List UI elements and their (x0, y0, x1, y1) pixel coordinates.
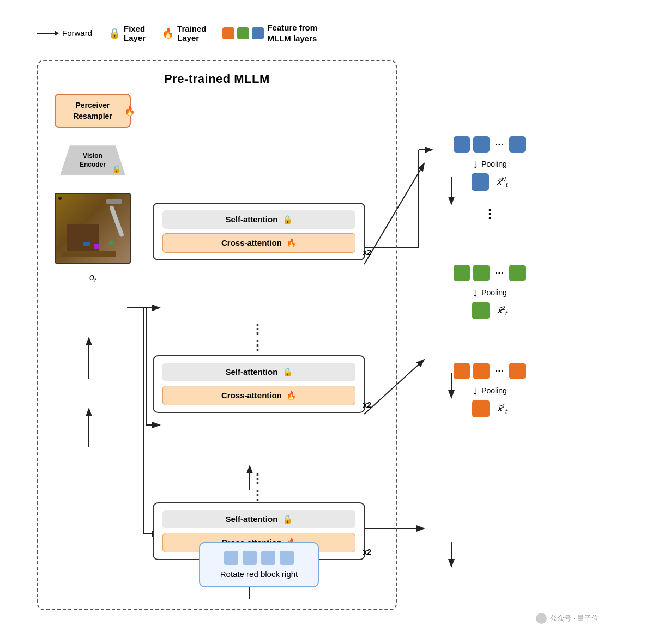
feature-from-label: Feature fromMLLM layers (267, 22, 317, 44)
feature-color-squares (222, 27, 264, 39)
cross-attn-2-label: Cross-attention (221, 391, 282, 400)
cross-attn-n-label: Cross-attention (221, 238, 282, 247)
orange-sq-1 (454, 363, 470, 379)
feature-group-n: ··· ↓ Pooling x̃Nt (454, 136, 526, 191)
vert-dots-1: ⋮ (484, 207, 496, 221)
perceiver-label: Perceiver Resampler (73, 101, 112, 120)
fire-icon: 🔥 (162, 27, 174, 39)
left-column: Perceiver Resampler 🔥 VisionEncoder 🔒 (49, 94, 136, 283)
x2-n-label: x2 (363, 248, 371, 257)
pooling-1-row: ↓ Pooling (472, 384, 507, 398)
perceiver-fire-icon: 🔥 (124, 105, 135, 117)
lock-icon: 🔒 (108, 27, 120, 39)
mllm-title: Pre-trained MLLM (49, 72, 385, 86)
orange-dots: ··· (495, 365, 504, 378)
self-attention-2: Self-attention 🔒 (162, 363, 355, 381)
self-attn-n-lock: 🔒 (282, 215, 293, 224)
trained-label: TrainedLayer (177, 24, 206, 42)
pooling-2-label: Pooling (481, 288, 507, 297)
forward-label: Forward (62, 28, 92, 38)
fixed-label: FixedLayer (124, 24, 146, 42)
down-arrow-n: ↓ (472, 157, 478, 171)
orange-sq-2 (473, 363, 490, 379)
self-attention-n: Self-attention 🔒 (162, 210, 355, 229)
robot-image (55, 193, 131, 264)
obs-label: ot (89, 272, 96, 283)
down-arrow-1: ↓ (472, 384, 478, 398)
down-arrow-2: ↓ (472, 285, 478, 300)
green-square (237, 27, 249, 39)
watermark: 公众号 · 量子位 (536, 613, 599, 624)
green-sq-2 (473, 265, 490, 281)
cross-attention-2: Cross-attention 🔥 x2 (162, 386, 355, 405)
dots-between-bottom: ⋮ (251, 471, 264, 487)
token-2 (243, 551, 257, 565)
result-sq-1 (472, 400, 490, 417)
legend-row: Forward 🔒 FixedLayer 🔥 TrainedLayer Feat… (26, 17, 626, 49)
result-2-label: x̃2t (497, 305, 507, 317)
result-sq-2 (472, 302, 490, 319)
dots-between-bottom2: ⋮ (251, 488, 264, 503)
blue-dots: ··· (495, 138, 504, 151)
text-input-label: Rotate red block right (220, 569, 298, 579)
green-sq-3 (509, 265, 526, 281)
blue-sq-3 (509, 136, 526, 153)
robot-scene (56, 194, 130, 263)
encoder-lock-icon: 🔒 (112, 165, 121, 173)
wm-icon (536, 613, 547, 624)
cross-attn-n-fire: 🔥 (286, 238, 297, 247)
green-feat-squares: ··· (454, 265, 526, 281)
self-attention-1: Self-attention 🔒 (162, 510, 355, 528)
layer-2-container: Self-attention 🔒 Cross-attention 🔥 x2 (153, 355, 365, 413)
layer-n-container: Self-attention 🔒 Cross-attention 🔥 x2 (153, 203, 365, 260)
layer-n-block: Self-attention 🔒 Cross-attention 🔥 x2 (153, 203, 365, 260)
self-attn-2-label: Self-attention (225, 367, 277, 376)
orange-square (222, 27, 234, 39)
token-3 (261, 551, 275, 565)
result-2-row: x̃2t (472, 302, 507, 319)
perceiver-box: Perceiver Resampler 🔥 (55, 94, 131, 128)
legend-feature: Feature fromMLLM layers (222, 22, 317, 44)
forward-arrow-icon (37, 29, 59, 37)
result-n-row: x̃Nt (472, 173, 508, 191)
self-attn-1-label: Self-attention (225, 514, 277, 524)
result-sq-n (472, 173, 489, 191)
pooling-1-label: Pooling (481, 386, 507, 395)
result-1-row: x̃1t (472, 400, 507, 417)
token-1 (224, 551, 238, 565)
cross-attention-n: Cross-attention 🔥 x2 (162, 233, 355, 253)
main-container: Forward 🔒 FixedLayer 🔥 TrainedLayer Feat… (26, 17, 626, 627)
text-tokens (211, 551, 307, 565)
text-input-box: Rotate red block right (199, 542, 319, 587)
layer-2-block: Self-attention 🔒 Cross-attention 🔥 x2 (153, 355, 365, 413)
vision-encoder-trapezoid: VisionEncoder 🔒 (60, 145, 125, 175)
self-attn-2-lock: 🔒 (282, 367, 293, 376)
feature-group-1: ··· ↓ Pooling x̃1t (454, 363, 526, 417)
self-attn-1-lock: 🔒 (282, 514, 293, 524)
legend-trained: 🔥 TrainedLayer (162, 24, 206, 42)
pooling-n-row: ↓ Pooling (472, 157, 507, 171)
result-n-label: x̃Nt (497, 176, 508, 188)
dots-between-top2: ⋮ (251, 338, 264, 353)
blue-square (252, 27, 264, 39)
dots-between-top: ⋮ (251, 321, 264, 337)
blue-sq-2 (473, 136, 490, 153)
x2-1-label: x2 (363, 548, 371, 556)
green-dots: ··· (495, 267, 504, 280)
vision-encoder-wrapper: VisionEncoder 🔒 (60, 145, 125, 175)
mllm-box: Pre-trained MLLM Perceiver Resampler 🔥 V… (37, 60, 397, 610)
pooling-2-row: ↓ Pooling (472, 285, 507, 300)
feature-group-2: ··· ↓ Pooling x̃2t (454, 265, 526, 319)
cross-attn-2-fire: 🔥 (286, 391, 297, 400)
watermark-text: 公众号 · 量子位 (550, 613, 599, 623)
x2-2-label: x2 (363, 400, 371, 409)
diagram-wrapper: Pre-trained MLLM Perceiver Resampler 🔥 V… (26, 54, 604, 627)
legend-forward: Forward (37, 28, 92, 38)
blue-feat-squares: ··· (454, 136, 526, 153)
green-sq-1 (454, 265, 470, 281)
pooling-n-label: Pooling (481, 160, 507, 168)
legend-fixed: 🔒 FixedLayer (108, 24, 146, 42)
vision-encoder-label: VisionEncoder (80, 152, 106, 169)
token-4 (280, 551, 294, 565)
result-1-label: x̃1t (497, 403, 507, 415)
